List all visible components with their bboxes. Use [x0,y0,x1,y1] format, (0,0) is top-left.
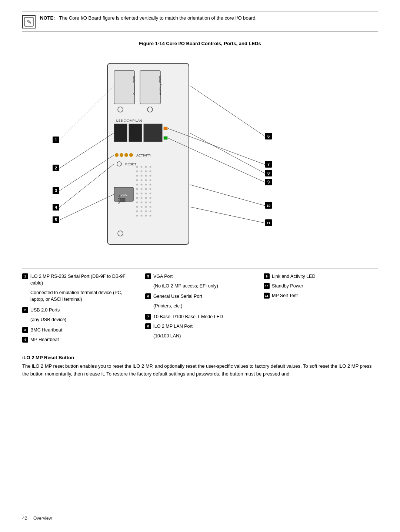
svg-text:ACTIVITY: ACTIVITY [136,154,151,157]
svg-point-65 [145,211,147,212]
svg-text:Console IOIOI: Console IOIOI [133,76,136,95]
svg-line-91 [190,85,265,137]
svg-line-76 [59,85,114,140]
svg-point-45 [145,188,147,190]
svg-point-27 [136,171,138,172]
note-text: NOTE: The Core I/O Board figure is orien… [40,14,378,22]
desc-item-1: 1 iLO 2 MP RS-232 Serial Port (DB-9F to … [22,273,136,286]
desc-text-11: MP Self Test [272,292,298,299]
svg-point-32 [141,175,143,177]
desc-text-7: 10 Base-T/100 Base-T Mode LED [153,313,223,320]
svg-line-79 [59,133,114,168]
svg-point-66 [150,211,151,212]
svg-point-63 [136,211,138,212]
svg-point-56 [141,202,143,203]
svg-rect-107 [265,219,272,226]
desc-num-2: 2 [22,307,28,313]
desc-num-5: 5 [145,273,151,279]
svg-point-34 [150,175,151,177]
descriptions-table: 1 iLO 2 MP RS-232 Serial Port (DB-9F to … [22,268,378,346]
board-diagram: Console IOIOI Auxiliary IOIOI USB ⬡⬡ MP … [22,52,378,259]
svg-point-74 [118,231,123,236]
figure-title: Figure 1-14 Core I/O Board Controls, Por… [22,41,378,46]
svg-point-28 [141,171,143,172]
desc-text-5: VGA Port [153,273,173,280]
svg-rect-104 [265,202,272,209]
desc-num-9: 9 [264,273,270,279]
svg-point-50 [150,193,151,195]
svg-point-18 [124,153,128,157]
svg-point-47 [136,193,138,195]
svg-text:4: 4 [55,205,57,209]
desc-text-6: General Use Serial Port [153,293,202,300]
svg-point-26 [150,166,151,168]
svg-text:RESET: RESET [125,162,137,166]
desc-item-5: 5 VGA Port [145,273,255,280]
page-footer: 42 Overview [22,516,52,521]
svg-rect-98 [265,170,272,176]
desc-item-8: 8 iLO 2 MP LAN Port [145,323,255,330]
svg-text:Auxiliary IOIOI: Auxiliary IOIOI [159,76,162,95]
svg-point-53 [145,197,147,199]
svg-rect-73 [120,198,125,202]
svg-rect-86 [53,204,59,211]
svg-point-60 [141,206,143,208]
desc-text-9: Link and Activity LED [272,273,315,280]
svg-line-100 [168,138,265,182]
desc-sub-5: (No iLO 2 MP access; EFI only) [145,283,255,289]
svg-point-57 [145,202,147,203]
svg-point-36 [141,179,143,181]
svg-text:VGA ●: VGA ● [117,195,121,204]
desc-item-7: 7 10 Base-T/100 Base-T Mode LED [145,313,255,320]
svg-point-39 [136,184,138,186]
desc-num-8: 8 [145,323,151,329]
svg-rect-71 [114,187,133,201]
svg-point-19 [129,153,133,157]
svg-text:3: 3 [55,188,57,193]
desc-item-10: 10 Standby Power [264,283,373,289]
svg-point-69 [145,215,147,217]
reset-body: The iLO 2 MP reset button enables you to… [22,363,378,378]
desc-text-1: iLO 2 MP RS-232 Serial Port (DB-9F to DB… [30,273,136,286]
desc-text-3: BMC Heartbeat [30,327,62,333]
svg-point-49 [145,193,147,195]
note-icon: ✎ [22,15,36,28]
svg-point-44 [141,188,143,190]
desc-text-10: Standby Power [272,283,303,289]
desc-sub-1: Connected to emulation terminal device (… [22,289,136,303]
desc-col-1: 1 iLO 2 MP RS-232 Serial Port (DB-9F to … [22,273,141,346]
svg-point-37 [145,179,147,181]
svg-rect-95 [265,161,272,168]
svg-rect-101 [265,179,272,185]
desc-num-4: 4 [22,337,28,343]
note-label: NOTE: [40,15,55,21]
desc-item-9: 9 Link and Activity LED [264,273,373,280]
page-number: 42 [22,516,27,521]
desc-num-6: 6 [145,293,151,299]
svg-text:✎: ✎ [27,19,31,25]
desc-text-2: USB 2.0 Ports [30,307,60,313]
desc-num-11: 11 [264,293,270,299]
desc-num-7: 7 [145,314,151,320]
svg-point-30 [150,171,151,172]
desc-sub-2: (any USB device) [22,316,136,323]
svg-rect-11 [114,124,127,142]
desc-sub-8: (10/100 LAN) [145,333,255,339]
svg-point-59 [136,206,138,208]
svg-point-40 [141,184,143,186]
svg-point-55 [136,202,138,203]
desc-text-8: iLO 2 MP LAN Port [153,323,193,330]
svg-text:8: 8 [267,171,270,175]
svg-line-103 [190,185,265,206]
svg-line-85 [59,164,114,208]
svg-point-35 [136,179,138,181]
svg-point-25 [145,166,147,168]
svg-point-64 [141,211,143,212]
svg-text:USB ⬡⬡: USB ⬡⬡ [116,119,130,122]
svg-rect-13 [144,124,162,142]
svg-point-70 [150,215,151,217]
svg-point-62 [150,206,151,208]
svg-point-48 [141,193,143,195]
desc-text-4: MP Heartbeat [30,336,59,343]
note-section: ✎ NOTE: The Core I/O Board figure is ori… [22,11,378,32]
